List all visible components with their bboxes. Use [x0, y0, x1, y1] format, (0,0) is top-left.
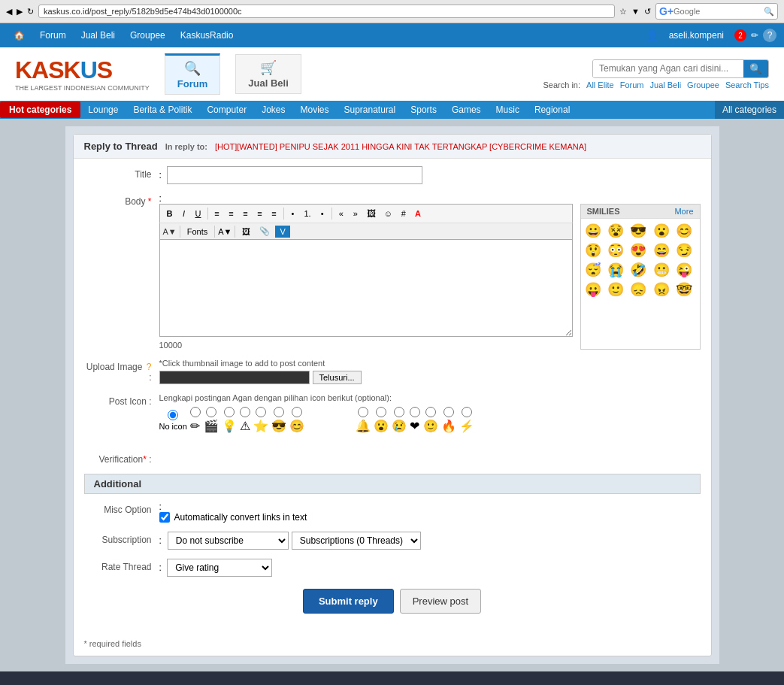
cat-jokes[interactable]: Jokes	[254, 101, 292, 119]
submit-reply-button[interactable]: Submit reply	[303, 589, 394, 614]
smiley-19[interactable]: 😠	[652, 280, 670, 299]
fonts-btn[interactable]: Fonts	[183, 226, 212, 238]
icon-radio-13[interactable]	[443, 407, 454, 417]
post-icon-1[interactable]: ✏	[190, 419, 200, 433]
smiley-20[interactable]: 🤓	[675, 280, 693, 299]
quote-open-btn[interactable]: «	[334, 208, 348, 220]
smiley-7[interactable]: 😳	[607, 241, 625, 259]
smiley-17[interactable]: 🙂	[607, 280, 625, 299]
image-btn[interactable]: 🖼	[363, 207, 380, 220]
reload-icon[interactable]: ↻	[27, 7, 34, 17]
smiley-2[interactable]: 😵	[607, 222, 625, 240]
kaskus-logo[interactable]: KASKUS THE LARGEST INDONESIAN COMMUNITY	[15, 56, 150, 92]
icon-radio-3[interactable]	[224, 407, 235, 417]
align-center-btn[interactable]: ≡	[225, 208, 238, 220]
cat-lounge[interactable]: Lounge	[80, 101, 126, 119]
cat-sports[interactable]: Sports	[403, 101, 444, 119]
smiley-6[interactable]: 😲	[584, 241, 602, 259]
search-tips-link[interactable]: Search Tips	[725, 80, 769, 89]
smiley-18[interactable]: 😞	[629, 280, 647, 299]
star-down-icon[interactable]: ▼	[631, 7, 640, 16]
smiley-8[interactable]: 😍	[629, 241, 647, 259]
icon-radio-14[interactable]	[462, 407, 472, 417]
post-icon-10[interactable]: 😢	[392, 419, 407, 433]
smiley-5[interactable]: 😊	[675, 222, 693, 240]
smiley-1[interactable]: 😀	[584, 222, 602, 240]
search-button[interactable]: 🔍	[743, 60, 768, 77]
help-icon[interactable]: ?	[763, 29, 776, 42]
all-elite-link[interactable]: All Elite	[586, 80, 614, 89]
browser-search-icon[interactable]: 🔍	[764, 7, 774, 17]
video-btn[interactable]: V	[275, 226, 289, 238]
body-textarea[interactable]	[159, 239, 573, 337]
attach-btn[interactable]: 📎	[256, 225, 274, 238]
star-icon[interactable]: ☆	[619, 7, 627, 17]
smiley-16[interactable]: 😛	[584, 280, 602, 299]
nav-kaskusradio[interactable]: KaskusRadio	[174, 23, 240, 47]
list-unordered-btn[interactable]: •	[286, 208, 300, 220]
icon-radio-8[interactable]	[358, 407, 368, 417]
post-icon-9[interactable]: 😮	[374, 419, 389, 433]
cat-movies[interactable]: Movies	[292, 101, 336, 119]
icon-radio-6[interactable]	[274, 407, 284, 417]
post-icon-8[interactable]: 🔔	[356, 419, 371, 433]
icon-radio-7[interactable]	[292, 407, 302, 417]
search-bar[interactable]: G+ 🔍	[655, 3, 778, 20]
post-icon-5[interactable]: ⭐	[253, 419, 268, 433]
back-icon[interactable]: ◀	[6, 7, 12, 17]
post-icon-13[interactable]: 🔥	[441, 419, 456, 433]
smiley-11[interactable]: 😴	[584, 261, 602, 279]
hot-categories-btn[interactable]: Hot categories	[0, 102, 80, 118]
icon-radio-2[interactable]	[206, 407, 216, 417]
all-categories-link[interactable]: All categories	[715, 101, 784, 119]
smiley-14[interactable]: 😬	[652, 261, 670, 279]
cat-supranatural[interactable]: Supranatural	[337, 101, 404, 119]
smiley-btn[interactable]: ☺	[380, 208, 396, 220]
subscription-select[interactable]: Do not subscribe Subscribe to this threa…	[168, 532, 289, 550]
bold-btn[interactable]: B	[163, 208, 177, 220]
icon-radio-10[interactable]	[394, 407, 404, 417]
nav-groupee[interactable]: Groupee	[124, 23, 171, 47]
icon-radio-9[interactable]	[376, 407, 386, 417]
smiley-9[interactable]: 😄	[652, 241, 670, 259]
icon-radio-1[interactable]	[190, 407, 201, 417]
groupee-search-link[interactable]: Groupee	[687, 80, 719, 89]
search-box[interactable]: 🔍	[592, 59, 769, 78]
cat-games[interactable]: Games	[444, 101, 489, 119]
nav-jualbeli[interactable]: Jual Beli	[75, 23, 121, 47]
post-icon-4[interactable]: ⚠	[240, 419, 250, 433]
post-icon-11[interactable]: ❤	[410, 419, 419, 433]
cat-music[interactable]: Music	[489, 101, 527, 119]
username-link[interactable]: aseli.kompeni	[663, 23, 730, 47]
quote-close-btn[interactable]: »	[349, 208, 362, 220]
nav-forum[interactable]: Forum	[34, 23, 72, 47]
browse-button[interactable]: Telusuri...	[313, 371, 362, 384]
preview-post-button[interactable]: Preview post	[400, 589, 481, 614]
no-icon-radio[interactable]	[168, 410, 178, 420]
jualbeli-tab[interactable]: 🛒 Jual Beli	[235, 54, 301, 94]
font-color-btn[interactable]: A	[411, 208, 425, 220]
post-icon-14[interactable]: ⚡	[459, 419, 474, 433]
cat-regional[interactable]: Regional	[527, 101, 577, 119]
indent-btn[interactable]: ≡	[268, 208, 281, 220]
list-ordered-btn[interactable]: 1.	[301, 208, 315, 220]
post-icon-7[interactable]: 😊	[289, 419, 304, 433]
align-right-btn[interactable]: ≡	[239, 208, 253, 220]
italic-btn[interactable]: I	[177, 208, 191, 220]
insert-image-btn2[interactable]: 🖼	[238, 226, 254, 238]
smiley-13[interactable]: 🤣	[629, 261, 647, 279]
post-icon-12[interactable]: 🙂	[423, 419, 438, 433]
rate-select[interactable]: Give rating 1 - Terrible 2 - Bad 3 - Ave…	[167, 559, 272, 577]
underline-btn[interactable]: U	[192, 208, 205, 220]
post-icon-3[interactable]: 💡	[222, 419, 237, 433]
title-input[interactable]	[167, 166, 422, 184]
upload-help-icon[interactable]: ?	[147, 362, 152, 372]
list2-btn[interactable]: •	[316, 208, 329, 220]
edit-icon[interactable]: ✏	[751, 30, 758, 41]
jualbeli-search-link[interactable]: Jual Beli	[650, 80, 682, 89]
hash-btn[interactable]: #	[397, 208, 410, 220]
icon-radio-4[interactable]	[240, 407, 250, 417]
forward-icon[interactable]: ▶	[17, 7, 23, 17]
post-icon-2[interactable]: 🎬	[204, 419, 219, 433]
file-path-input[interactable]	[159, 371, 310, 384]
